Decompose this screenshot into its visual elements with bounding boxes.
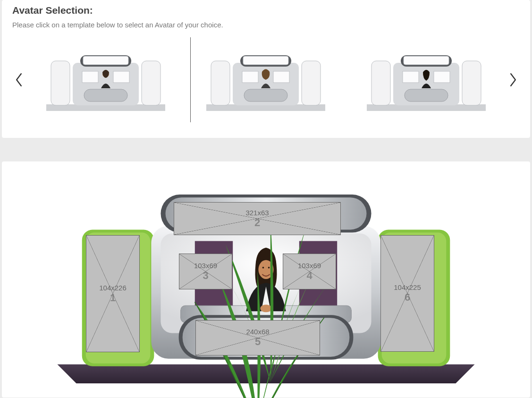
svg-rect-22 [462,61,481,105]
placeholder-slot-4[interactable]: 103x69 4 [283,254,336,289]
booth-thumb-graphic [204,47,327,113]
svg-rect-16 [242,71,258,83]
avatar-selection-panel: Avatar Selection: Please click on a temp… [2,0,530,138]
avatar-thumbnail-3[interactable] [355,40,497,120]
section-title: Avatar Selection: [12,5,520,16]
svg-rect-26 [403,71,419,83]
avatar-thumbnail-1[interactable] [35,40,177,120]
svg-marker-30 [57,364,474,383]
placeholder-slot-3[interactable]: 103x69 3 [179,254,232,289]
placeholder-slot-5[interactable]: 240x68 5 [195,320,320,356]
svg-rect-18 [244,89,287,102]
placeholder-dimensions: 321x63 [245,209,269,217]
placeholder-number: 4 [306,270,312,282]
booth-thumb-graphic [365,47,488,113]
svg-point-47 [268,267,270,269]
svg-rect-21 [372,61,390,105]
placeholder-dimensions: 104x225 [394,283,421,291]
svg-rect-17 [273,71,289,83]
svg-rect-25 [404,56,449,65]
svg-rect-27 [434,71,450,83]
placeholder-number: 2 [254,217,260,229]
placeholder-number: 5 [255,336,261,348]
avatar-thumbnails [25,40,507,120]
placeholder-slot-6[interactable]: 104x225 6 [380,235,434,352]
svg-rect-2 [142,61,160,105]
booth-thumb-graphic [44,47,167,113]
booth-stage: 104x226 1 321x63 2 103x69 3 103x69 4 240… [34,184,498,388]
chevron-right-icon [508,72,518,87]
placeholder-number: 6 [405,291,410,304]
svg-rect-28 [405,89,448,102]
placeholder-number: 3 [203,270,208,282]
avatar-carousel [12,37,520,122]
placeholder-dimensions: 240x68 [246,328,269,336]
booth-preview-panel: 104x226 1 321x63 2 103x69 3 103x69 4 240… [2,161,530,398]
svg-rect-8 [84,89,127,102]
placeholder-slot-1[interactable]: 104x226 1 [86,235,140,352]
section-subtitle: Please click on a template below to sele… [12,21,520,29]
svg-rect-11 [211,61,230,105]
placeholder-dimensions: 104x226 [99,284,127,292]
carousel-next-button[interactable] [507,70,520,89]
svg-rect-5 [83,56,128,65]
svg-rect-12 [302,61,321,105]
svg-rect-15 [243,56,288,65]
svg-point-46 [262,267,264,269]
placeholder-dimensions: 103x69 [194,262,217,270]
placeholder-number: 1 [110,292,116,304]
carousel-prev-button[interactable] [12,70,25,89]
svg-rect-7 [113,71,129,83]
chevron-left-icon [14,72,24,87]
svg-rect-1 [51,61,70,105]
avatar-thumbnail-2[interactable] [195,40,337,120]
placeholder-slot-2[interactable]: 321x63 2 [174,202,341,235]
placeholder-dimensions: 103x69 [298,262,321,270]
svg-rect-6 [82,71,98,83]
svg-point-48 [260,305,271,312]
